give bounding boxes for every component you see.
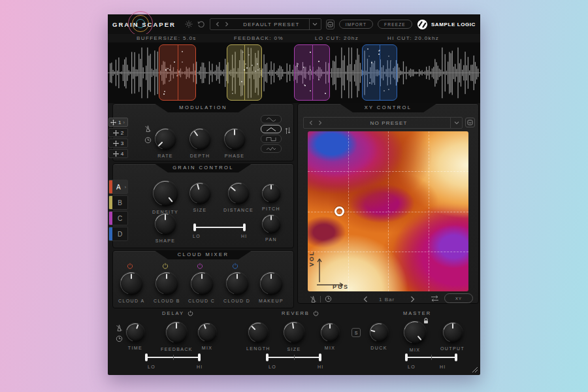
master-duck-knob[interactable]: [369, 323, 389, 342]
depth-knob[interactable]: [189, 128, 211, 150]
xy-preset-prev-icon[interactable]: [309, 120, 313, 125]
clock-icon[interactable]: [325, 295, 332, 302]
cloud-a-knob[interactable]: [120, 272, 143, 295]
rate-value[interactable]: 1 Bar: [379, 297, 395, 302]
master-output-label: OUTPUT: [440, 346, 465, 351]
range-lo-handle[interactable]: [266, 353, 269, 361]
range-lo-handle[interactable]: [145, 353, 148, 361]
reverb-power-icon[interactable]: [313, 310, 319, 316]
hi-cut-value[interactable]: HI CUT: 20.0khz: [387, 35, 439, 41]
cloud-b-power-icon[interactable]: [162, 263, 169, 269]
cloud-a-power-icon[interactable]: [127, 263, 133, 269]
master-mix-label: MIX: [410, 348, 421, 352]
xy-preset-selector[interactable]: NO PRESET: [303, 117, 463, 129]
cloud-b-knob[interactable]: [155, 272, 178, 295]
undo-icon[interactable]: [197, 20, 205, 28]
delay-time-knob[interactable]: [125, 323, 145, 342]
reverb-lo-label: LO: [269, 365, 276, 369]
shape-knob[interactable]: [154, 213, 176, 235]
delay-feedback-knob[interactable]: [165, 321, 188, 344]
size-knob[interactable]: [189, 182, 211, 204]
distance-knob[interactable]: [227, 182, 250, 204]
range-lo-handle[interactable]: [405, 353, 408, 361]
cloud-c-power-icon[interactable]: [197, 263, 203, 269]
lfo-shape-square-button[interactable]: [261, 135, 282, 143]
reverb-mix-knob[interactable]: [320, 323, 340, 342]
swap-arrows-icon[interactable]: [430, 295, 440, 302]
master-output-knob[interactable]: [442, 322, 463, 343]
save-preset-button[interactable]: [326, 20, 335, 29]
feedback-value[interactable]: FEEDBACK: 0%: [234, 35, 284, 41]
pitch-knob[interactable]: [261, 184, 281, 203]
freeze-button[interactable]: FREEZE: [378, 20, 412, 29]
xy-preset-next-icon[interactable]: [318, 120, 322, 125]
preset-selector[interactable]: DEFAULT PRESET: [210, 18, 321, 30]
tempo-sync-icon[interactable]: [116, 324, 123, 332]
makeup-knob[interactable]: [259, 272, 283, 295]
cloud-tab-d[interactable]: D: [108, 227, 128, 241]
master-lo-hi-range[interactable]: [405, 353, 457, 361]
lo-cut-value[interactable]: LO CUT: 20hz: [315, 35, 359, 41]
preset-next-icon[interactable]: [225, 22, 229, 27]
delay-lo-hi-range[interactable]: [145, 353, 201, 361]
sidechain-button[interactable]: S: [351, 328, 361, 337]
rate-prev-icon[interactable]: [363, 296, 368, 302]
master-mix-knob[interactable]: [403, 321, 427, 344]
lfo-shape-triangle-button[interactable]: [261, 125, 282, 133]
updown-arrows-icon[interactable]: [285, 126, 291, 135]
xy-pad[interactable]: VOL POS: [308, 131, 468, 291]
pan-knob[interactable]: [261, 214, 281, 234]
rate-next-icon[interactable]: [410, 296, 415, 302]
delay-power-icon[interactable]: [188, 310, 193, 316]
xy-preset-dropdown-button[interactable]: [450, 118, 462, 128]
range-hi-handle[interactable]: [319, 353, 321, 361]
range-lo-handle[interactable]: [193, 223, 196, 231]
xy-cursor[interactable]: [335, 206, 344, 216]
resize-handle[interactable]: [471, 366, 478, 373]
cloud-d-knob[interactable]: [225, 272, 249, 295]
reverb-size-knob[interactable]: [283, 321, 305, 344]
mod-slot-1[interactable]: 1›: [108, 118, 128, 127]
preset-prev-icon[interactable]: [216, 22, 220, 27]
grain-lo-hi-range[interactable]: [193, 223, 246, 231]
slot-number: 1: [118, 120, 121, 125]
delay-mix-knob[interactable]: [197, 323, 217, 342]
modulation-title: MODULATION: [154, 103, 252, 112]
grain-control-title: GRAIN CONTROL: [154, 163, 252, 172]
grain-region-d[interactable]: [362, 44, 397, 101]
cloud-tab-c[interactable]: C: [108, 211, 128, 225]
import-button[interactable]: IMPORT: [339, 20, 373, 29]
range-hi-handle[interactable]: [455, 353, 457, 361]
reverb-lo-hi-range[interactable]: [266, 353, 321, 361]
clock-icon[interactable]: [116, 335, 123, 342]
x-axis-label: POS: [333, 284, 349, 290]
lfo-shape-random-button[interactable]: [261, 144, 282, 153]
xy-toggle-button[interactable]: XY: [444, 293, 473, 303]
tempo-sync-icon[interactable]: [310, 295, 317, 303]
range-hi-handle[interactable]: [198, 353, 201, 361]
cloud-d-power-icon[interactable]: [232, 263, 238, 269]
reverb-length-knob[interactable]: [248, 322, 269, 343]
grain-region-b[interactable]: [227, 44, 262, 101]
phase-knob[interactable]: [223, 128, 246, 150]
mod-slot-2[interactable]: 2: [108, 128, 128, 137]
rate-knob[interactable]: [154, 128, 176, 150]
cloud-tab-a[interactable]: A›: [108, 180, 128, 194]
cloud-tab-b[interactable]: B: [108, 195, 128, 210]
lfo-shape-sine-button[interactable]: [261, 115, 282, 123]
toolbar-divider: [320, 296, 321, 302]
tempo-sync-icon[interactable]: [144, 125, 152, 133]
density-knob[interactable]: [152, 180, 178, 206]
tab-label: A: [112, 184, 125, 191]
buffersize-value[interactable]: BUFFERSIZE: 5.0s: [137, 35, 197, 41]
mod-slot-3[interactable]: 3: [108, 139, 128, 148]
grain-region-c[interactable]: [294, 44, 330, 101]
xy-save-preset-button[interactable]: [465, 118, 475, 127]
grain-control-panel: GRAIN CONTROL DENSITY SIZE DISTANCE PITC…: [112, 163, 294, 248]
range-hi-handle[interactable]: [243, 223, 246, 231]
preset-dropdown-button[interactable]: [309, 19, 321, 29]
cloud-c-knob[interactable]: [190, 272, 214, 295]
grain-region-a[interactable]: [159, 44, 196, 101]
mod-slot-4[interactable]: 4: [108, 149, 128, 158]
gear-icon[interactable]: [185, 20, 193, 28]
